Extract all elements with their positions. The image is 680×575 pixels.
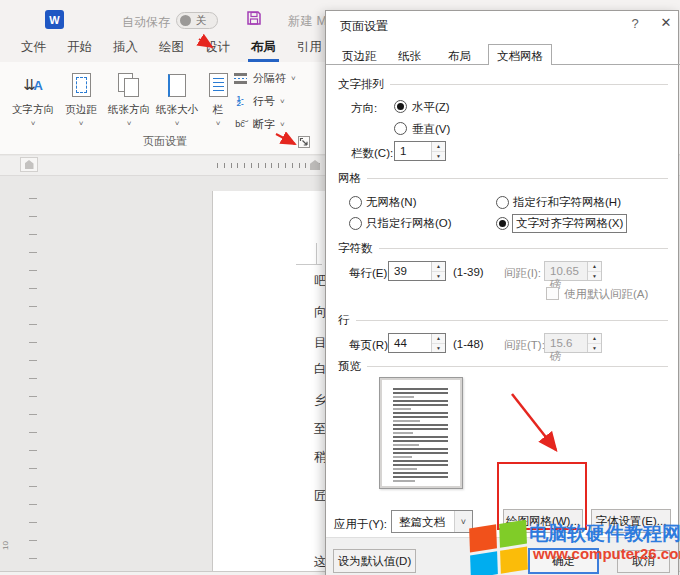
autosave-label: 自动保存 — [122, 14, 170, 31]
spin-down-icon[interactable]: ▼ — [432, 344, 445, 353]
radio-lines-only[interactable] — [349, 217, 362, 230]
chevron-down-icon: ˅ — [216, 119, 221, 128]
section-characters: 字符数 — [338, 241, 668, 256]
use-default-pitch-label[interactable]: 使用默认间距(A) — [564, 287, 648, 302]
group-label: 页面设置 — [0, 134, 330, 149]
ok-button[interactable]: 确定 — [528, 548, 599, 574]
radio-no-grid[interactable] — [349, 196, 362, 209]
chars-per-line-spinner[interactable]: 39 ▲▼ — [388, 261, 446, 281]
set-default-button[interactable]: 设为默认值(D) — [333, 549, 416, 573]
breaks-button[interactable]: 分隔符 ˅ — [232, 70, 296, 86]
autosave-state: 关 — [196, 14, 207, 28]
lines-per-page-label: 每页(R): — [349, 338, 391, 353]
margins-icon — [72, 70, 91, 100]
spin-up-icon[interactable]: ▲ — [432, 142, 445, 152]
radio-snap-to-chars[interactable] — [496, 217, 509, 230]
char-pitch-label: 间距(I): — [504, 266, 541, 281]
breaks-icon — [232, 71, 248, 85]
chevron-down-icon: ˅ — [280, 97, 285, 106]
section-preview: 预览 — [338, 359, 668, 374]
use-default-pitch-checkbox[interactable] — [546, 287, 559, 300]
text-direction-button[interactable]: ⇊A 文字方向 ˅ — [10, 68, 56, 142]
lines-per-page-spinner[interactable]: 44 ▲▼ — [388, 333, 446, 353]
radio-lines-and-chars-label[interactable]: 指定行和字符网格(H) — [513, 195, 621, 210]
char-pitch-spinner: 10.65 磅 ▲▼ — [544, 261, 602, 281]
margins-button[interactable]: 页边距 ˅ — [58, 68, 104, 142]
spin-up-icon[interactable]: ▲ — [432, 334, 445, 344]
spin-down-icon: ▼ — [588, 272, 601, 281]
orientation-button[interactable]: 纸张方向 ˅ — [106, 68, 152, 142]
radio-horizontal[interactable] — [394, 100, 407, 113]
spin-up-icon: ▲ — [588, 262, 601, 272]
tab-layout[interactable]: 布局 — [248, 36, 279, 62]
columns-icon — [209, 70, 228, 100]
font-settings-button[interactable]: 字体设置(E)... — [591, 509, 671, 533]
save-icon[interactable] — [246, 10, 262, 29]
paper-size-button[interactable]: 纸张大小 ˅ — [154, 68, 200, 142]
chars-per-line-label: 每行(E): — [349, 266, 391, 281]
tab-references[interactable]: 引用 — [294, 36, 325, 62]
radio-horizontal-label[interactable]: 水平(Z) — [412, 100, 450, 115]
annotation-highlight-rectangle — [497, 462, 587, 530]
spin-down-icon: ▼ — [588, 344, 601, 353]
close-icon[interactable]: ✕ — [656, 15, 676, 33]
section-lines: 行 — [338, 313, 668, 328]
chevron-down-icon: ˅ — [31, 119, 36, 128]
radio-vertical[interactable] — [394, 122, 407, 135]
dialog-tab-strip: 页边距 纸张 布局 文档网格 — [326, 44, 680, 65]
autosave-toggle[interactable]: 关 — [176, 12, 218, 29]
chevron-down-icon: ˅ — [291, 74, 296, 83]
direction-label: 方向: — [351, 101, 377, 116]
line-pitch-spinner: 15.6 磅 ▲▼ — [544, 333, 602, 353]
chevron-down-icon: ˅ — [175, 119, 180, 128]
section-grid: 网格 — [338, 171, 668, 186]
spin-down-icon[interactable]: ▼ — [432, 272, 445, 281]
radio-no-grid-label[interactable]: 无网格(N) — [366, 195, 416, 210]
word-app-icon: W — [45, 10, 64, 29]
apply-to-label: 应用于(Y): — [334, 517, 387, 532]
text-direction-icon: ⇊A — [23, 70, 43, 100]
chevron-down-icon: ˅ — [280, 120, 285, 129]
apply-to-select[interactable]: 整篇文档 ˅ — [391, 510, 473, 533]
tab-document-grid[interactable]: 文档网格 — [488, 44, 552, 65]
hyphenation-button[interactable]: bc͠ 断字 ˅ — [232, 116, 296, 132]
spin-up-icon: ▲ — [588, 334, 601, 344]
radio-snap-to-chars-label[interactable]: 文字对齐字符网格(X) — [512, 214, 627, 233]
radio-lines-only-label[interactable]: 只指定行网格(O) — [366, 216, 452, 231]
spin-down-icon[interactable]: ▼ — [432, 152, 445, 161]
columns-button[interactable]: 栏 ˅ — [202, 68, 234, 142]
line-numbers-icon: 1-2- — [232, 94, 248, 108]
help-button[interactable]: ? — [625, 16, 645, 34]
word-window: W 自动保存 关 新建 Microsoft Word... ▾ 文件 开始 插入… — [0, 0, 680, 575]
lines-range: (1-48) — [453, 338, 484, 350]
dialog-title: 页面设置 — [340, 18, 388, 35]
tab-paper[interactable]: 纸张 — [390, 47, 429, 65]
columns-spinner[interactable]: 1 ▲▼ — [394, 141, 446, 161]
radio-vertical-label[interactable]: 垂直(V) — [412, 122, 450, 137]
line-numbers-button[interactable]: 1-2- 行号 ˅ — [232, 93, 296, 109]
margin-crop-mark — [296, 264, 322, 265]
tab-home[interactable]: 开始 — [64, 36, 95, 62]
line-pitch-label: 间距(T): — [504, 338, 545, 353]
document-page[interactable] — [213, 191, 328, 572]
tab-draw[interactable]: 绘图 — [156, 36, 187, 62]
radio-lines-and-chars[interactable] — [496, 196, 509, 209]
tab-design[interactable]: 设计 — [202, 36, 233, 62]
page-setup-dialog-launcher[interactable] — [298, 136, 310, 148]
section-text-flow: 文字排列 — [338, 77, 668, 92]
chevron-down-icon: ˅ — [127, 119, 132, 128]
margin-crop-mark — [316, 243, 317, 264]
paper-size-icon — [168, 70, 186, 100]
v-ruler-number: 10 — [1, 541, 10, 550]
tab-file[interactable]: 文件 — [18, 36, 49, 62]
tab-layout[interactable]: 布局 — [440, 47, 479, 65]
chevron-down-icon: ˅ — [79, 119, 84, 128]
tab-insert[interactable]: 插入 — [110, 36, 141, 62]
preview-page-thumbnail — [379, 377, 463, 489]
spin-up-icon[interactable]: ▲ — [432, 262, 445, 272]
hyphenation-icon: bc͠ — [232, 117, 248, 131]
cancel-button[interactable]: 取消 — [617, 550, 670, 573]
tab-margins[interactable]: 页边距 — [334, 47, 385, 65]
columns-label: 栏数(C): — [351, 146, 393, 161]
chevron-down-icon[interactable]: ˅ — [454, 511, 472, 532]
